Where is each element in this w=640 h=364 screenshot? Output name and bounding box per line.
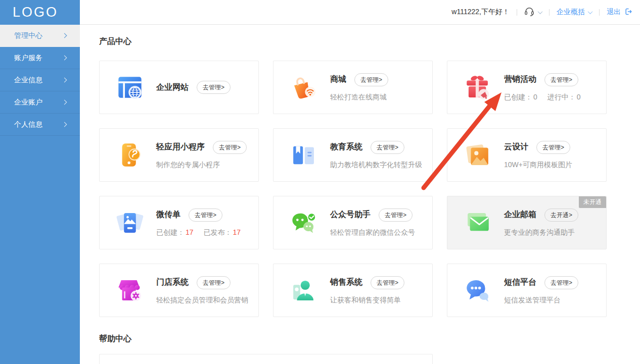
manage-button[interactable]: 去管理>	[213, 141, 247, 154]
product-desc: 助力教培机构数字化转型升级	[330, 161, 422, 170]
headset-icon	[524, 7, 534, 18]
product-card-cloud-design[interactable]: 云设计 去管理> 10W+可商用模板图片	[447, 128, 607, 182]
manage-button[interactable]: 去管理>	[189, 209, 222, 222]
product-card-email[interactable]: 未开通 企业邮箱 去开通> 更专业的商务沟通助手	[447, 196, 607, 249]
not-activated-badge: 未开通	[579, 196, 606, 208]
product-title: 轻应用小程序	[156, 142, 205, 152]
stat-created: 已创建：17	[156, 228, 194, 237]
product-card-wechat-assistant[interactable]: 公众号助手 去管理> 轻松管理自家的微信公众号	[273, 196, 433, 249]
product-title: 教育系统	[330, 142, 362, 152]
product-desc: 短信发送管理平台	[504, 296, 578, 305]
manage-button[interactable]: 去管理>	[544, 73, 578, 86]
flyer-icon	[115, 208, 145, 237]
chevron-right-icon	[62, 122, 67, 127]
sidebar: LOGO 管理中心 账户服务 企业信息 企业账户 个人信息	[0, 0, 80, 364]
product-stats: 已创建：17 已发布：17	[156, 228, 241, 237]
sidebar-item-label: 企业账户	[14, 98, 42, 107]
envelope-icon	[463, 208, 492, 237]
logo: LOGO	[0, 0, 80, 25]
product-desc: 让获客和销售变得简单	[330, 296, 404, 305]
product-card-store[interactable]: 门店系统 去管理> 轻松搞定会员管理和会员营销	[99, 264, 259, 317]
manage-button[interactable]: 去管理>	[197, 276, 231, 289]
cloud-design-image-icon	[463, 140, 492, 170]
activate-button[interactable]: 去开通>	[544, 209, 578, 222]
help-section-title: 帮助中心	[99, 334, 640, 344]
product-title: 营销活动	[504, 74, 536, 85]
mall-icon	[289, 73, 318, 102]
product-desc: 更专业的商务沟通助手	[504, 228, 578, 237]
product-card-miniapp[interactable]: 轻应用小程序 去管理> 制作您的专属小程序	[99, 128, 259, 182]
sidebar-item-company-account[interactable]: 企业账户	[0, 91, 80, 114]
stat-published: 已发布：17	[204, 228, 241, 237]
sidebar-item-label: 管理中心	[14, 31, 42, 40]
salesperson-icon	[289, 276, 318, 305]
miniapp-icon	[115, 140, 145, 170]
product-title: 短信平台	[504, 277, 536, 288]
product-card-marketing[interactable]: 营销活动 去管理> 已创建：0 进行中：0	[447, 61, 607, 114]
product-card-education[interactable]: 教育系统 去管理> 助力教培机构数字化转型升级	[273, 128, 433, 182]
chevron-down-icon	[538, 9, 543, 14]
website-icon	[115, 73, 145, 102]
logout-label: 退出	[607, 8, 621, 17]
sidebar-item-label: 个人信息	[14, 120, 42, 129]
topbar: w111222,下午好！ 企业概括 退出	[80, 0, 640, 25]
product-card-sms[interactable]: 短信平台 去管理> 短信发送管理平台	[447, 264, 607, 317]
gift-icon	[463, 73, 492, 102]
product-card-mall[interactable]: 商城 去管理> 轻松打造在线商城	[273, 61, 433, 114]
chevron-down-icon	[588, 9, 593, 14]
product-desc: 10W+可商用模板图片	[504, 161, 572, 170]
chevron-right-icon	[62, 100, 67, 105]
logout-link[interactable]: 退出	[607, 8, 632, 17]
product-title: 公众号助手	[330, 210, 371, 220]
company-overview-link[interactable]: 企业概括	[557, 8, 592, 17]
education-book-icon	[289, 140, 318, 170]
divider	[599, 9, 600, 16]
manage-button[interactable]: 去管理>	[371, 276, 404, 289]
sidebar-item-label: 企业信息	[14, 76, 42, 85]
product-title: 微传单	[156, 210, 180, 220]
product-title: 商城	[330, 74, 346, 85]
user-greeting: w111222,下午好！	[451, 8, 510, 17]
sms-bubble-icon	[463, 276, 492, 305]
product-card-flyer[interactable]: 微传单 去管理> 已创建：17 已发布：17	[99, 196, 259, 249]
product-title: 销售系统	[330, 277, 362, 288]
divider	[549, 9, 550, 16]
wechat-bubbles-icon	[289, 208, 318, 237]
stat-in-progress: 进行中：0	[547, 93, 581, 102]
help-center-card	[99, 354, 433, 364]
product-title: 门店系统	[156, 277, 189, 288]
chevron-right-icon	[62, 56, 67, 61]
manage-button[interactable]: 去管理>	[197, 81, 231, 94]
manage-button[interactable]: 去管理>	[354, 73, 388, 86]
storefront-icon	[115, 276, 145, 305]
product-title: 云设计	[504, 142, 528, 152]
sidebar-item-management-center[interactable]: 管理中心	[0, 25, 80, 47]
product-card-website[interactable]: 企业网站 去管理>	[99, 61, 259, 114]
product-title: 企业网站	[156, 82, 189, 93]
manage-button[interactable]: 去管理>	[544, 276, 578, 289]
manage-button[interactable]: 去管理>	[379, 209, 413, 222]
stat-created: 已创建：0	[504, 93, 537, 102]
divider	[517, 9, 517, 16]
sidebar-item-company-info[interactable]: 企业信息	[0, 69, 80, 91]
sidebar-item-personal-info[interactable]: 个人信息	[0, 114, 80, 136]
customer-support-menu[interactable]	[524, 7, 542, 18]
product-desc: 轻松管理自家的微信公众号	[330, 228, 415, 237]
logout-icon	[624, 8, 632, 17]
company-overview-label: 企业概括	[557, 8, 585, 17]
manage-button[interactable]: 去管理>	[536, 141, 570, 154]
main-content: 产品中心 企业网站	[80, 25, 640, 364]
manage-button[interactable]: 去管理>	[371, 141, 404, 154]
products-section-title: 产品中心	[99, 36, 640, 46]
product-card-sales[interactable]: 销售系统 去管理> 让获客和销售变得简单	[273, 264, 433, 317]
chevron-right-icon	[62, 78, 67, 83]
sidebar-item-account-services[interactable]: 账户服务	[0, 47, 80, 69]
product-desc: 轻松打造在线商城	[330, 93, 388, 102]
product-title: 企业邮箱	[504, 210, 536, 220]
product-desc: 轻松搞定会员管理和会员营销	[156, 296, 248, 305]
sidebar-nav: 管理中心 账户服务 企业信息 企业账户 个人信息	[0, 25, 80, 136]
product-desc: 制作您的专属小程序	[156, 161, 247, 170]
product-grid: 企业网站 去管理>	[99, 61, 640, 317]
sidebar-item-label: 账户服务	[14, 54, 42, 63]
chevron-right-icon	[62, 33, 67, 38]
